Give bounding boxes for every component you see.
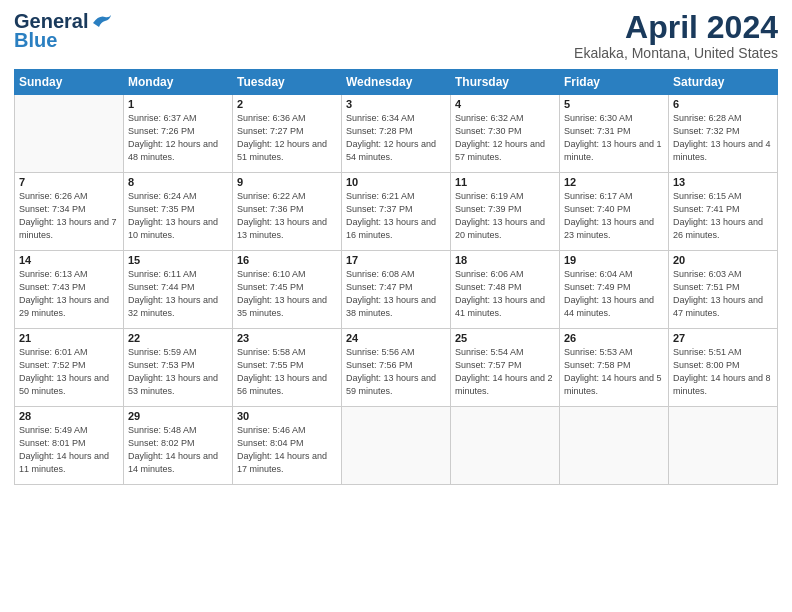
table-row: 26Sunrise: 5:53 AM Sunset: 7:58 PM Dayli…	[560, 329, 669, 407]
day-info: Sunrise: 5:54 AM Sunset: 7:57 PM Dayligh…	[455, 346, 555, 398]
day-info: Sunrise: 6:08 AM Sunset: 7:47 PM Dayligh…	[346, 268, 446, 320]
day-number: 2	[237, 98, 337, 110]
table-row: 18Sunrise: 6:06 AM Sunset: 7:48 PM Dayli…	[451, 251, 560, 329]
table-row: 23Sunrise: 5:58 AM Sunset: 7:55 PM Dayli…	[233, 329, 342, 407]
day-number: 28	[19, 410, 119, 422]
day-number: 11	[455, 176, 555, 188]
header-friday: Friday	[560, 70, 669, 95]
day-number: 17	[346, 254, 446, 266]
table-row: 8Sunrise: 6:24 AM Sunset: 7:35 PM Daylig…	[124, 173, 233, 251]
header-wednesday: Wednesday	[342, 70, 451, 95]
table-row: 30Sunrise: 5:46 AM Sunset: 8:04 PM Dayli…	[233, 407, 342, 485]
day-info: Sunrise: 6:32 AM Sunset: 7:30 PM Dayligh…	[455, 112, 555, 164]
page-container: General Blue April 2024 Ekalaka, Montana…	[0, 0, 792, 495]
day-number: 16	[237, 254, 337, 266]
day-info: Sunrise: 5:46 AM Sunset: 8:04 PM Dayligh…	[237, 424, 337, 476]
day-info: Sunrise: 6:06 AM Sunset: 7:48 PM Dayligh…	[455, 268, 555, 320]
day-number: 3	[346, 98, 446, 110]
table-row	[342, 407, 451, 485]
day-info: Sunrise: 6:04 AM Sunset: 7:49 PM Dayligh…	[564, 268, 664, 320]
table-row: 16Sunrise: 6:10 AM Sunset: 7:45 PM Dayli…	[233, 251, 342, 329]
day-number: 8	[128, 176, 228, 188]
table-row: 7Sunrise: 6:26 AM Sunset: 7:34 PM Daylig…	[15, 173, 124, 251]
table-row: 4Sunrise: 6:32 AM Sunset: 7:30 PM Daylig…	[451, 95, 560, 173]
day-info: Sunrise: 6:03 AM Sunset: 7:51 PM Dayligh…	[673, 268, 773, 320]
day-info: Sunrise: 6:30 AM Sunset: 7:31 PM Dayligh…	[564, 112, 664, 164]
day-number: 30	[237, 410, 337, 422]
table-row: 13Sunrise: 6:15 AM Sunset: 7:41 PM Dayli…	[669, 173, 778, 251]
day-number: 6	[673, 98, 773, 110]
day-info: Sunrise: 6:15 AM Sunset: 7:41 PM Dayligh…	[673, 190, 773, 242]
day-info: Sunrise: 6:01 AM Sunset: 7:52 PM Dayligh…	[19, 346, 119, 398]
header-sunday: Sunday	[15, 70, 124, 95]
header: General Blue April 2024 Ekalaka, Montana…	[14, 10, 778, 61]
day-info: Sunrise: 6:13 AM Sunset: 7:43 PM Dayligh…	[19, 268, 119, 320]
table-row: 1Sunrise: 6:37 AM Sunset: 7:26 PM Daylig…	[124, 95, 233, 173]
calendar-week-row: 28Sunrise: 5:49 AM Sunset: 8:01 PM Dayli…	[15, 407, 778, 485]
day-number: 29	[128, 410, 228, 422]
title-area: April 2024 Ekalaka, Montana, United Stat…	[574, 10, 778, 61]
table-row: 10Sunrise: 6:21 AM Sunset: 7:37 PM Dayli…	[342, 173, 451, 251]
day-number: 23	[237, 332, 337, 344]
table-row: 24Sunrise: 5:56 AM Sunset: 7:56 PM Dayli…	[342, 329, 451, 407]
table-row: 14Sunrise: 6:13 AM Sunset: 7:43 PM Dayli…	[15, 251, 124, 329]
day-number: 5	[564, 98, 664, 110]
table-row: 19Sunrise: 6:04 AM Sunset: 7:49 PM Dayli…	[560, 251, 669, 329]
day-number: 21	[19, 332, 119, 344]
table-row	[15, 95, 124, 173]
table-row: 2Sunrise: 6:36 AM Sunset: 7:27 PM Daylig…	[233, 95, 342, 173]
day-number: 19	[564, 254, 664, 266]
day-number: 25	[455, 332, 555, 344]
calendar-week-row: 14Sunrise: 6:13 AM Sunset: 7:43 PM Dayli…	[15, 251, 778, 329]
day-number: 24	[346, 332, 446, 344]
day-number: 1	[128, 98, 228, 110]
day-number: 4	[455, 98, 555, 110]
table-row: 28Sunrise: 5:49 AM Sunset: 8:01 PM Dayli…	[15, 407, 124, 485]
calendar-table: Sunday Monday Tuesday Wednesday Thursday…	[14, 69, 778, 485]
day-info: Sunrise: 5:53 AM Sunset: 7:58 PM Dayligh…	[564, 346, 664, 398]
day-number: 13	[673, 176, 773, 188]
day-number: 27	[673, 332, 773, 344]
day-info: Sunrise: 6:24 AM Sunset: 7:35 PM Dayligh…	[128, 190, 228, 242]
day-number: 15	[128, 254, 228, 266]
day-info: Sunrise: 5:59 AM Sunset: 7:53 PM Dayligh…	[128, 346, 228, 398]
table-row: 3Sunrise: 6:34 AM Sunset: 7:28 PM Daylig…	[342, 95, 451, 173]
table-row	[560, 407, 669, 485]
logo: General Blue	[14, 10, 113, 52]
day-info: Sunrise: 6:19 AM Sunset: 7:39 PM Dayligh…	[455, 190, 555, 242]
table-row: 15Sunrise: 6:11 AM Sunset: 7:44 PM Dayli…	[124, 251, 233, 329]
logo-blue: Blue	[14, 29, 57, 52]
day-info: Sunrise: 6:36 AM Sunset: 7:27 PM Dayligh…	[237, 112, 337, 164]
table-row: 21Sunrise: 6:01 AM Sunset: 7:52 PM Dayli…	[15, 329, 124, 407]
day-info: Sunrise: 5:51 AM Sunset: 8:00 PM Dayligh…	[673, 346, 773, 398]
day-info: Sunrise: 6:22 AM Sunset: 7:36 PM Dayligh…	[237, 190, 337, 242]
weekday-header-row: Sunday Monday Tuesday Wednesday Thursday…	[15, 70, 778, 95]
table-row	[451, 407, 560, 485]
day-info: Sunrise: 6:17 AM Sunset: 7:40 PM Dayligh…	[564, 190, 664, 242]
table-row: 11Sunrise: 6:19 AM Sunset: 7:39 PM Dayli…	[451, 173, 560, 251]
table-row: 22Sunrise: 5:59 AM Sunset: 7:53 PM Dayli…	[124, 329, 233, 407]
location-subtitle: Ekalaka, Montana, United States	[574, 45, 778, 61]
calendar-week-row: 7Sunrise: 6:26 AM Sunset: 7:34 PM Daylig…	[15, 173, 778, 251]
day-info: Sunrise: 6:28 AM Sunset: 7:32 PM Dayligh…	[673, 112, 773, 164]
day-info: Sunrise: 5:58 AM Sunset: 7:55 PM Dayligh…	[237, 346, 337, 398]
header-tuesday: Tuesday	[233, 70, 342, 95]
day-number: 10	[346, 176, 446, 188]
day-number: 20	[673, 254, 773, 266]
table-row: 25Sunrise: 5:54 AM Sunset: 7:57 PM Dayli…	[451, 329, 560, 407]
day-number: 9	[237, 176, 337, 188]
table-row: 17Sunrise: 6:08 AM Sunset: 7:47 PM Dayli…	[342, 251, 451, 329]
table-row: 6Sunrise: 6:28 AM Sunset: 7:32 PM Daylig…	[669, 95, 778, 173]
day-info: Sunrise: 6:11 AM Sunset: 7:44 PM Dayligh…	[128, 268, 228, 320]
table-row: 27Sunrise: 5:51 AM Sunset: 8:00 PM Dayli…	[669, 329, 778, 407]
day-info: Sunrise: 6:37 AM Sunset: 7:26 PM Dayligh…	[128, 112, 228, 164]
table-row: 9Sunrise: 6:22 AM Sunset: 7:36 PM Daylig…	[233, 173, 342, 251]
day-info: Sunrise: 5:56 AM Sunset: 7:56 PM Dayligh…	[346, 346, 446, 398]
table-row: 12Sunrise: 6:17 AM Sunset: 7:40 PM Dayli…	[560, 173, 669, 251]
day-number: 18	[455, 254, 555, 266]
table-row	[669, 407, 778, 485]
day-info: Sunrise: 5:48 AM Sunset: 8:02 PM Dayligh…	[128, 424, 228, 476]
day-info: Sunrise: 6:21 AM Sunset: 7:37 PM Dayligh…	[346, 190, 446, 242]
table-row: 5Sunrise: 6:30 AM Sunset: 7:31 PM Daylig…	[560, 95, 669, 173]
month-year-title: April 2024	[574, 10, 778, 45]
